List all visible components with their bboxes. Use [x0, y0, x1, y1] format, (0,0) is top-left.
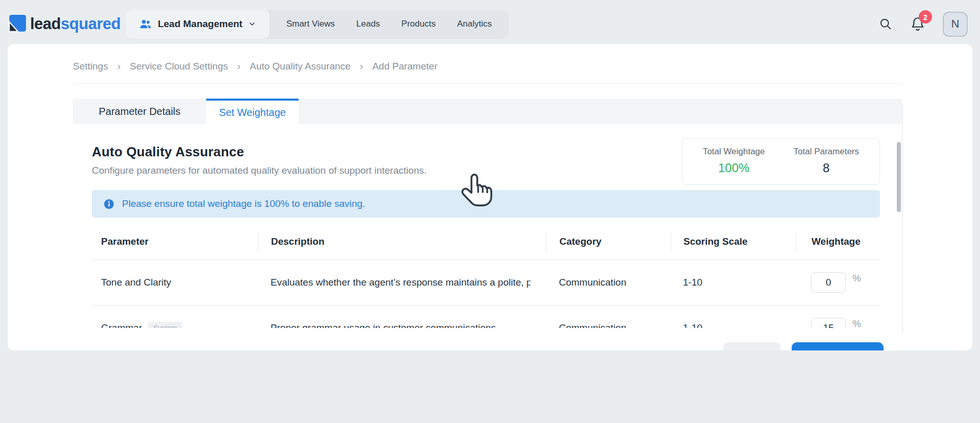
footer-primary-button[interactable]: [792, 342, 884, 350]
nav-item-leads[interactable]: Leads: [346, 19, 390, 29]
parameter-description: Proper grammar usage in customer communi…: [271, 322, 496, 328]
tab-set-weightage[interactable]: Set Weightage: [206, 99, 299, 124]
info-banner: Please ensure total weightage is 100% to…: [92, 190, 880, 218]
search-icon[interactable]: [878, 17, 893, 31]
page-subtitle: Configure parameters for automated quali…: [92, 165, 427, 176]
logo-wordmark: leadsquared: [30, 15, 120, 33]
tab-parameter-details[interactable]: Parameter Details: [73, 99, 206, 124]
info-icon: [104, 199, 114, 209]
breadcrumb-separator-icon: ›: [117, 60, 121, 72]
table-row: Grammar System Proper grammar usage in c…: [92, 305, 880, 328]
breadcrumb-divider: [73, 83, 903, 84]
notifications-bell-icon[interactable]: 2: [910, 16, 925, 32]
main-nav: Lead Management Smart Views Leads Produc…: [126, 10, 508, 39]
weightage-input[interactable]: [811, 318, 846, 328]
parameter-name: Tone and Clarity: [92, 277, 258, 288]
navbar-right: 2 N: [878, 12, 968, 37]
total-weightage-stat: Total Weightage 100%: [703, 147, 765, 175]
footer-secondary-button[interactable]: [723, 342, 780, 350]
parameter-category: Communication: [546, 277, 671, 288]
breadcrumb-auto-quality-assurance[interactable]: Auto Quality Assurance: [250, 61, 351, 72]
tab-content: Auto Quality Assurance Configure paramet…: [8, 124, 972, 328]
total-weightage-label: Total Weightage: [703, 147, 765, 157]
percent-suffix: %: [852, 318, 861, 328]
parameter-description: Evaluates whether the agent’s response m…: [271, 277, 530, 288]
parameter-category: Communication: [546, 322, 671, 328]
page-title: Auto Quality Assurance: [92, 144, 427, 160]
parameter-scoring-scale: 1-10: [671, 277, 796, 288]
footer-actions: [723, 342, 884, 350]
breadcrumb: Settings › Service Cloud Settings › Auto…: [73, 60, 972, 72]
total-weightage-value: 100%: [703, 161, 765, 175]
breadcrumb-settings[interactable]: Settings: [73, 61, 108, 72]
column-header-weightage: Weightage: [796, 232, 880, 251]
scrollbar-track: [902, 103, 903, 333]
nav-items: Smart Views Leads Products Analytics: [270, 19, 509, 29]
nav-item-smart-views[interactable]: Smart Views: [276, 19, 346, 29]
app-switcher-lead-management[interactable]: Lead Management: [126, 10, 270, 39]
breadcrumb-separator-icon: ›: [237, 60, 241, 72]
column-header-parameter: Parameter: [92, 232, 258, 251]
column-header-scoring-scale: Scoring Scale: [671, 232, 796, 251]
nav-item-products[interactable]: Products: [390, 19, 446, 29]
main-content-card: Settings › Service Cloud Settings › Auto…: [8, 44, 972, 350]
notification-count-badge: 2: [919, 10, 932, 24]
total-parameters-stat: Total Parameters 8: [794, 147, 860, 175]
breadcrumb-add-parameter: Add Parameter: [372, 61, 437, 72]
chevron-down-icon: [248, 20, 256, 28]
leadsquared-logo[interactable]: leadsquared: [8, 14, 120, 34]
breadcrumb-service-cloud-settings[interactable]: Service Cloud Settings: [130, 61, 228, 72]
avatar[interactable]: N: [943, 12, 968, 37]
table-row: Tone and Clarity Evaluates whether the a…: [92, 260, 880, 305]
percent-suffix: %: [852, 273, 861, 284]
leadsquared-logo-icon: [8, 14, 27, 34]
nav-item-analytics[interactable]: Analytics: [446, 19, 502, 29]
scrollbar-thumb[interactable]: [897, 142, 901, 212]
totals-card: Total Weightage 100% Total Parameters 8: [682, 138, 880, 185]
system-badge: System: [148, 322, 182, 328]
weightage-input[interactable]: [811, 272, 846, 293]
total-parameters-label: Total Parameters: [794, 147, 860, 157]
info-banner-text: Please ensure total weightage is 100% to…: [122, 198, 365, 209]
table-header-row: Parameter Description Category Scoring S…: [92, 224, 880, 260]
parameters-table: Parameter Description Category Scoring S…: [92, 224, 880, 328]
users-icon: [139, 17, 152, 31]
app-switcher-label: Lead Management: [158, 18, 242, 30]
column-header-description: Description: [258, 232, 546, 251]
breadcrumb-separator-icon: ›: [360, 60, 363, 72]
top-navbar: leadsquared Lead Management Smart Views …: [0, 0, 980, 44]
parameter-name: Grammar: [101, 322, 142, 328]
column-header-category: Category: [546, 232, 671, 251]
parameter-scoring-scale: 1-10: [671, 322, 796, 328]
total-parameters-value: 8: [794, 161, 860, 175]
tab-bar: Parameter Details Set Weightage: [73, 99, 902, 124]
section-heading: Auto Quality Assurance Configure paramet…: [92, 138, 427, 176]
